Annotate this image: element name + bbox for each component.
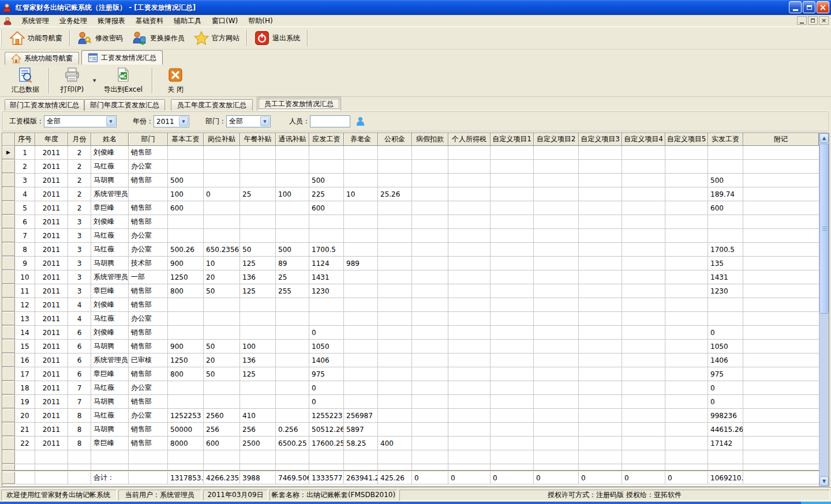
- grid-cell[interactable]: [276, 464, 309, 470]
- grid-cell[interactable]: [622, 160, 665, 173]
- grid-cell[interactable]: [204, 174, 240, 187]
- grid-cell[interactable]: [448, 160, 491, 173]
- grid-cell[interactable]: 销售部: [129, 367, 168, 381]
- grid-cell[interactable]: [91, 464, 129, 470]
- grid-cell[interactable]: [35, 464, 68, 470]
- grid-row[interactable]: ▶120112刘俊峰销售部: [2, 146, 819, 160]
- grid-cell[interactable]: [378, 340, 412, 353]
- grid-cell[interactable]: [622, 340, 665, 353]
- grid-cell[interactable]: [448, 257, 491, 270]
- grid-cell[interactable]: 马胡腾: [91, 423, 129, 436]
- grid-cell[interactable]: [743, 340, 819, 353]
- grid-cell[interactable]: [204, 201, 240, 215]
- grid-cell[interactable]: 10: [15, 270, 35, 284]
- grid-cell[interactable]: [491, 298, 534, 311]
- grid-cell[interactable]: 9: [15, 257, 35, 270]
- grid-cell[interactable]: 3: [68, 284, 91, 298]
- grid-cell[interactable]: [309, 450, 344, 464]
- grid-row[interactable]: 320112马胡腾销售部500500500: [2, 174, 819, 187]
- grid-cell[interactable]: [344, 326, 378, 339]
- grid-cell[interactable]: [240, 146, 276, 159]
- grid-cell[interactable]: 0: [204, 187, 240, 201]
- close-view-button[interactable]: 关 闭: [156, 65, 194, 96]
- grid-cell[interactable]: 1250: [168, 270, 204, 284]
- grid-cell[interactable]: [708, 312, 743, 325]
- grid-cell[interactable]: [344, 353, 378, 367]
- grid-cell[interactable]: [534, 284, 579, 298]
- grid-cell[interactable]: 2: [68, 160, 91, 173]
- grid-cell[interactable]: [665, 312, 708, 325]
- grid-cell[interactable]: [491, 270, 534, 284]
- grid-cell[interactable]: 500: [309, 174, 344, 187]
- grid-cell[interactable]: [743, 450, 819, 464]
- grid-cell[interactable]: 7: [15, 229, 35, 242]
- grid-cell[interactable]: [534, 381, 579, 394]
- grid-cell[interactable]: [378, 298, 412, 311]
- grid-cell[interactable]: [534, 160, 579, 173]
- grid-cell[interactable]: [743, 174, 819, 187]
- grid-cell[interactable]: [412, 409, 448, 422]
- column-header[interactable]: 自定义项目2: [534, 133, 579, 146]
- tab-system-navigator[interactable]: 系统功能导航窗: [5, 52, 79, 65]
- change-password-button[interactable]: 修改密码: [73, 29, 128, 47]
- grid-cell[interactable]: [448, 146, 491, 159]
- grid-cell[interactable]: 办公室: [129, 229, 168, 242]
- grid-cell[interactable]: [579, 243, 622, 256]
- column-header[interactable]: 部门: [129, 133, 168, 146]
- grid-cell[interactable]: [579, 215, 622, 228]
- grid-cell[interactable]: [579, 450, 622, 464]
- scroll-down-button[interactable]: ▼: [819, 476, 829, 486]
- grid-cell[interactable]: 1: [15, 146, 35, 159]
- grid-cell[interactable]: [491, 243, 534, 256]
- grid-cell[interactable]: [344, 215, 378, 228]
- grid-cell[interactable]: [708, 160, 743, 173]
- column-header[interactable]: 年度: [35, 133, 68, 146]
- grid-cell[interactable]: [743, 160, 819, 173]
- grid-cell[interactable]: 办公室: [129, 409, 168, 422]
- grid-cell[interactable]: [665, 146, 708, 159]
- grid-cell[interactable]: [622, 326, 665, 339]
- grid-cell[interactable]: [309, 146, 344, 159]
- grid-cell[interactable]: 8: [68, 423, 91, 436]
- grid-cell[interactable]: [579, 160, 622, 173]
- grid-cell[interactable]: [344, 229, 378, 242]
- grid-cell[interactable]: 18: [15, 381, 35, 394]
- grid-cell[interactable]: [491, 353, 534, 367]
- grid-cell[interactable]: 500: [708, 174, 743, 187]
- grid-cell[interactable]: [204, 229, 240, 242]
- grid-cell[interactable]: [240, 326, 276, 339]
- grid-cell[interactable]: [240, 201, 276, 215]
- grid-cell[interactable]: [448, 298, 491, 311]
- grid-cell[interactable]: 2560: [204, 409, 240, 422]
- grid-row[interactable]: 2120118马胡腾销售部500002562560.25650512.26589…: [2, 423, 819, 437]
- print-button[interactable]: 打印(P): [53, 65, 91, 96]
- grid-cell[interactable]: [743, 395, 819, 408]
- grid-cell[interactable]: 2011: [35, 423, 68, 436]
- grid-cell[interactable]: [448, 409, 491, 422]
- grid-cell[interactable]: [412, 312, 448, 325]
- grid-cell[interactable]: [491, 215, 534, 228]
- person-picker-icon[interactable]: [356, 117, 365, 126]
- grid-cell[interactable]: [344, 284, 378, 298]
- grid-cell[interactable]: 刘俊峰: [91, 215, 129, 228]
- grid-cell[interactable]: [276, 340, 309, 353]
- grid-cell[interactable]: [344, 201, 378, 215]
- grid-cell[interactable]: 400: [378, 437, 412, 450]
- scroll-up-button[interactable]: ▲: [819, 133, 829, 143]
- grid-cell[interactable]: 2: [68, 174, 91, 187]
- grid-cell[interactable]: [378, 146, 412, 159]
- grid-cell[interactable]: 800: [168, 367, 204, 381]
- grid-cell[interactable]: 17600.25: [309, 437, 344, 450]
- grid-cell[interactable]: [534, 464, 579, 470]
- grid-cell[interactable]: 1050: [708, 340, 743, 353]
- grid-cell[interactable]: 马红薇: [91, 381, 129, 394]
- grid-cell[interactable]: 销售部: [129, 326, 168, 339]
- grid-cell[interactable]: [412, 187, 448, 201]
- grid-cell[interactable]: [708, 215, 743, 228]
- grid-cell[interactable]: 已审核: [129, 353, 168, 367]
- grid-cell[interactable]: [204, 215, 240, 228]
- grid-cell[interactable]: 6: [68, 326, 91, 339]
- grid-cell[interactable]: 2011: [35, 174, 68, 187]
- year-filter-combo[interactable]: 2011 ▼: [154, 115, 189, 127]
- grid-cell[interactable]: 6: [68, 340, 91, 353]
